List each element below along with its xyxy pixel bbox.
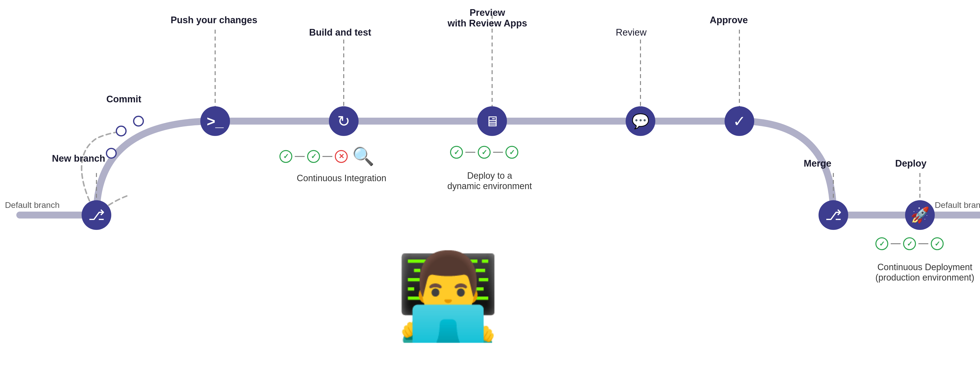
ci-badge-1: ✓ bbox=[280, 150, 292, 163]
dynamic-deploy-badges: ✓ ✓ ✓ bbox=[450, 146, 518, 159]
git-branch-node: ⎇ bbox=[82, 200, 111, 230]
review-node: 💬 bbox=[626, 106, 655, 136]
ci-connector-2 bbox=[323, 156, 332, 157]
build-node: ↻ bbox=[329, 106, 359, 136]
build-label: Build and test bbox=[309, 27, 371, 38]
approve-node: ✓ bbox=[725, 106, 754, 136]
push-label: Push your changes bbox=[171, 15, 258, 25]
commit-dot-2 bbox=[133, 116, 144, 127]
commit-label: Commit bbox=[107, 94, 141, 105]
ci-badge-fail: ✕ bbox=[335, 150, 348, 163]
bug-search-icon: 🔍 bbox=[352, 146, 374, 167]
developer-illustration: 👨‍💻 bbox=[396, 247, 501, 346]
merge-label: Merge bbox=[804, 158, 831, 169]
deploy-label: Deploy bbox=[895, 158, 927, 169]
ci-connector-1 bbox=[295, 156, 305, 157]
commit-dot-3 bbox=[106, 148, 117, 159]
preview-label: Preview with Review Apps bbox=[448, 8, 527, 29]
terminal-node: >_ bbox=[200, 106, 230, 136]
cd-label: Continuous Deployment (production enviro… bbox=[863, 262, 980, 283]
default-branch-left-label: Default branch bbox=[5, 200, 60, 210]
deploy-node: 🚀 bbox=[905, 200, 935, 230]
approve-label: Approve bbox=[710, 15, 748, 25]
commit-dot-1 bbox=[116, 125, 127, 137]
diagram-container: ⎇ >_ ↻ 🖥 💬 ✓ ⎇ 🚀 Commit Push your change… bbox=[0, 0, 980, 373]
ci-badges-row: ✓ ✓ ✕ 🔍 bbox=[280, 146, 374, 167]
new-branch-label: New branch bbox=[52, 153, 105, 164]
merge-node: ⎇ bbox=[819, 200, 848, 230]
ci-badge-2: ✓ bbox=[307, 150, 320, 163]
cd-badges: ✓ ✓ ✓ bbox=[875, 237, 943, 250]
dynamic-deploy-label: Deploy to a dynamic environment bbox=[445, 171, 534, 191]
ci-label: Continuous Integration bbox=[297, 173, 386, 183]
default-branch-right-label: Default branch bbox=[935, 200, 980, 210]
review-label: Review bbox=[616, 27, 647, 38]
preview-node: 🖥 bbox=[477, 106, 507, 136]
